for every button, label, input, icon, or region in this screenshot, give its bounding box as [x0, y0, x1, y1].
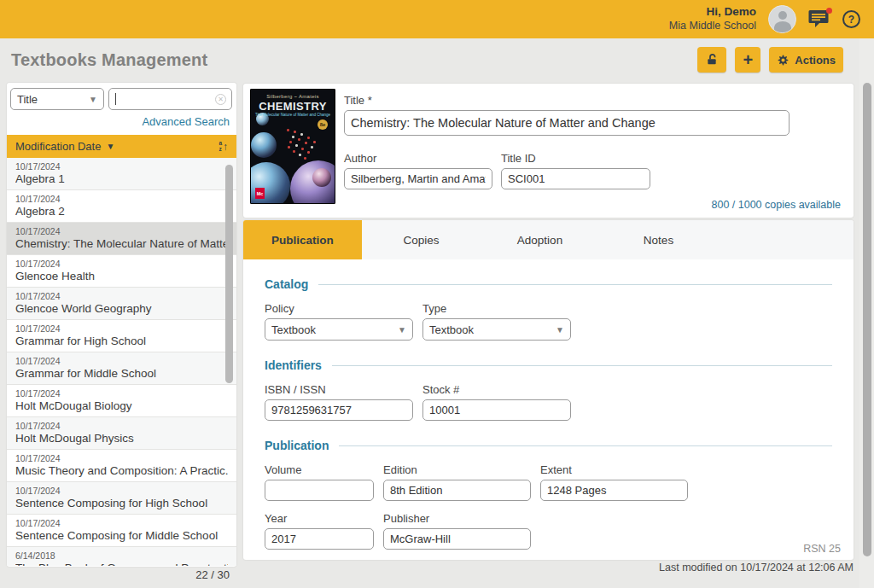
cover-bubble: [251, 132, 277, 158]
list-item[interactable]: 10/17/2024Holt McDougal Biology: [7, 385, 236, 417]
list-item[interactable]: 10/17/2024Grammar for High School: [7, 320, 236, 352]
cover-authors: Silberberg ~ Amateis: [251, 94, 335, 99]
list-item[interactable]: 10/17/2024Sentence Composing for Middle …: [7, 515, 236, 547]
record-header-card: Silberberg ~ Amateis CHEMISTRY The Molec…: [243, 84, 854, 218]
section-divider: [318, 284, 832, 285]
list-item[interactable]: 10/17/2024Music Theory and Composition: …: [7, 450, 236, 482]
type-label: Type: [422, 302, 571, 315]
volume-field-group: Volume: [265, 463, 374, 501]
book-cover-image: Silberberg ~ Amateis CHEMISTRY The Molec…: [250, 89, 335, 204]
list-item[interactable]: 6/14/2018The Blue Book of Grammar and Pu…: [7, 547, 236, 566]
window-scrollbar-thumb[interactable]: [863, 83, 871, 556]
list-item-title: Music Theory and Composition: A Practic.…: [15, 464, 228, 477]
avatar[interactable]: [768, 5, 796, 33]
list-item[interactable]: 10/17/2024Grammar for Middle School: [7, 352, 236, 385]
year-input[interactable]: [265, 528, 374, 550]
greeting-text: Hi, Demo: [669, 5, 756, 20]
list-item-date: 10/17/2024: [15, 453, 228, 463]
list-item[interactable]: 10/17/2024Chemistry: The Molecular Natur…: [7, 223, 236, 255]
sort-alpha-asc-icon[interactable]: az ↑: [218, 141, 228, 152]
catalog-section-head: Catalog: [265, 277, 832, 291]
chevron-down-icon: ▼: [89, 95, 97, 104]
question-mark-icon: ?: [848, 14, 854, 26]
edition-field-group: Edition: [383, 463, 531, 501]
tab-adoption[interactable]: Adoption: [481, 220, 599, 259]
advanced-search-link[interactable]: Advanced Search: [142, 115, 230, 128]
cover-bubble: [312, 168, 331, 187]
catalog-fields-row: Policy Textbook ▼ Type Textbook ▼: [265, 302, 832, 341]
plus-icon: +: [743, 51, 753, 68]
year-label: Year: [265, 512, 374, 525]
list-item-title: Glencoe World Geography: [15, 302, 228, 315]
rsn-label: RSN 25: [803, 543, 841, 555]
author-label: Author: [344, 152, 492, 165]
list-item[interactable]: 10/17/2024Algebra 1: [7, 158, 236, 190]
add-button[interactable]: +: [735, 47, 760, 73]
school-name: Mia Middle School: [669, 20, 756, 33]
publication-fields-row-1: Volume Edition Extent: [265, 463, 832, 501]
app-window: Hi, Demo Mia Middle School ? Textbooks M…: [0, 0, 874, 588]
list-item-date: 10/17/2024: [15, 259, 228, 269]
publisher-input[interactable]: [383, 528, 531, 550]
sort-bar[interactable]: Modification Date ▼ az ↑: [7, 135, 236, 158]
search-row: Title ▼ ✕: [7, 83, 236, 110]
lock-button[interactable]: [697, 47, 726, 73]
extent-field-group: Extent: [540, 463, 688, 501]
user-greeting: Hi, Demo Mia Middle School: [669, 5, 756, 33]
tab-notes[interactable]: Notes: [599, 220, 718, 259]
window-scrollbar-track[interactable]: [859, 38, 874, 588]
list-scrollbar[interactable]: [225, 165, 233, 383]
sort-arrow: ↑: [223, 142, 228, 152]
search-field-select[interactable]: Title ▼: [10, 88, 104, 110]
list-item[interactable]: 10/17/2024Holt McDougal Physics: [7, 417, 236, 450]
chevron-down-icon: ▼: [556, 325, 564, 335]
detail-tab-card: PublicationCopiesAdoptionNotes Catalog P…: [243, 220, 854, 560]
page-header: Textbooks Management +: [0, 38, 874, 81]
list-item[interactable]: 10/17/2024Glencoe World Geography: [7, 288, 236, 320]
actions-label: Actions: [795, 54, 836, 67]
extent-label: Extent: [540, 463, 688, 476]
list-item-date: 10/17/2024: [15, 388, 228, 399]
chevron-down-icon: ▼: [106, 142, 114, 151]
list-item[interactable]: 10/17/2024Sentence Composing for High Sc…: [7, 482, 236, 515]
volume-input[interactable]: [265, 480, 374, 501]
edition-input[interactable]: [383, 480, 531, 501]
publication-heading: Publication: [265, 439, 329, 452]
page-title: Textbooks Management: [11, 50, 207, 70]
avatar-body-shape: [774, 21, 791, 33]
isbn-input[interactable]: [265, 399, 413, 421]
publisher-logo: Mc: [255, 188, 265, 199]
cover-dot-fan: [287, 129, 289, 131]
list-item-date: 6/14/2018: [15, 550, 228, 561]
clear-search-icon[interactable]: ✕: [215, 94, 226, 105]
author-input[interactable]: [344, 168, 492, 189]
list-item[interactable]: 10/17/2024Algebra 2: [7, 190, 236, 223]
tab-copies[interactable]: Copies: [362, 220, 481, 259]
stock-input[interactable]: [422, 399, 571, 421]
list-item-title: Holt McDougal Biology: [15, 399, 228, 412]
unlock-icon: [705, 53, 719, 67]
isbn-label: ISBN / ISSN: [265, 383, 413, 396]
tab-publication[interactable]: Publication: [243, 220, 362, 259]
list-item-title: Sentence Composing for High School: [15, 497, 228, 509]
policy-select[interactable]: Textbook ▼: [265, 318, 413, 341]
sort-field-label: Modification Date: [15, 140, 101, 153]
cover-edition-badge: 8e: [318, 119, 328, 130]
messages-button[interactable]: [808, 9, 830, 30]
list-item-date: 10/17/2024: [15, 356, 228, 366]
section-divider: [332, 365, 832, 366]
actions-button[interactable]: Actions: [769, 47, 843, 73]
search-input[interactable]: ✕: [108, 88, 232, 110]
help-button[interactable]: ?: [842, 10, 860, 28]
title-id-field-group: Title ID: [501, 152, 650, 189]
title-input[interactable]: [344, 110, 790, 136]
extent-input[interactable]: [540, 480, 688, 501]
title-field-group: Title *: [344, 94, 790, 136]
list-item-title: Grammar for High School: [15, 335, 228, 347]
type-select[interactable]: Textbook ▼: [422, 318, 571, 341]
list-item[interactable]: 10/17/2024Glencoe Health: [7, 255, 236, 288]
list-item-date: 10/17/2024: [15, 421, 228, 431]
topbar: Hi, Demo Mia Middle School ?: [0, 0, 874, 38]
title-id-input[interactable]: [501, 168, 650, 189]
gear-icon: [777, 54, 790, 67]
